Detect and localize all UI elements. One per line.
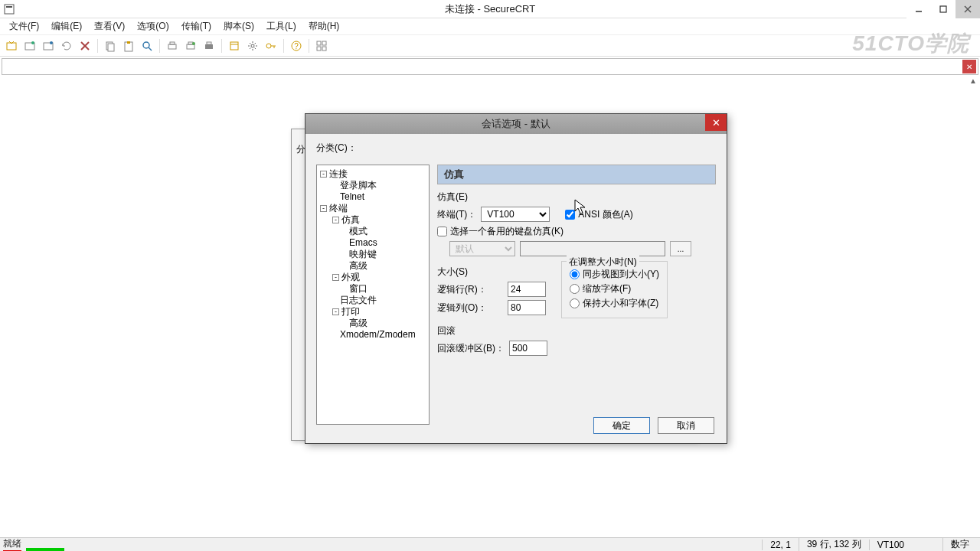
status-ready: 就绪	[3, 537, 21, 551]
close-window-button[interactable]	[956, 0, 980, 18]
tree-connect[interactable]: -连接	[318, 168, 427, 180]
app-icon	[3, 3, 15, 15]
collapse-icon[interactable]: -	[332, 217, 339, 223]
ansi-color-checkbox[interactable]: ANSI 颜色(A)	[565, 208, 632, 221]
panel-header: 仿真	[437, 165, 716, 184]
copy-icon[interactable]	[102, 37, 119, 54]
tile-icon[interactable]	[313, 37, 330, 54]
terminal-select[interactable]: VT100	[481, 207, 550, 222]
session-options-dialog: 会话选项 - 默认 ✕ 分类(C)： -连接 登录脚本 Telnet -终端 -…	[305, 113, 727, 444]
menu-file[interactable]: 文件(F)	[3, 18, 45, 34]
tree-appearance[interactable]: -外观	[318, 272, 427, 283]
svg-rect-37	[322, 47, 326, 51]
keyboard-path-input	[520, 241, 665, 256]
svg-rect-26	[230, 42, 238, 50]
settings-icon[interactable]	[244, 37, 261, 54]
svg-rect-19	[168, 44, 176, 49]
category-tree[interactable]: -连接 登录脚本 Telnet -终端 -仿真 模式 Emacs 映射键 高级 …	[316, 165, 430, 425]
tree-xmodem[interactable]: Xmodem/Zmodem	[318, 329, 427, 341]
session-bar-close-icon[interactable]: ✕	[962, 60, 976, 73]
disconnect-icon[interactable]	[77, 37, 93, 54]
print-setup-icon[interactable]	[164, 37, 181, 54]
menu-edit[interactable]: 编辑(E)	[45, 18, 88, 34]
properties-icon[interactable]	[226, 37, 243, 54]
collapse-icon[interactable]: -	[320, 171, 327, 178]
logical-rows-label: 逻辑行(R)：	[437, 283, 503, 296]
reconnect-icon[interactable]	[58, 37, 75, 54]
keyboard-select: 默认	[449, 241, 515, 256]
emulation-group-label: 仿真(E)	[437, 191, 716, 204]
tree-logfile[interactable]: 日志文件	[318, 295, 427, 306]
status-size: 39 行, 132 列	[799, 538, 869, 551]
tree-advanced2[interactable]: 高级	[318, 318, 427, 329]
tree-terminal[interactable]: -终端	[318, 203, 427, 214]
menu-transfer[interactable]: 传输(T)	[175, 18, 217, 34]
tree-emulation[interactable]: -仿真	[318, 214, 427, 226]
toolbar-separator	[283, 39, 284, 53]
scrollback-input[interactable]	[509, 341, 547, 356]
category-label: 分类(C)：	[316, 142, 716, 155]
paste-icon[interactable]	[120, 37, 137, 54]
tree-printing[interactable]: -打印	[318, 306, 427, 318]
tree-advanced1[interactable]: 高级	[318, 260, 427, 272]
svg-rect-25	[207, 42, 211, 44]
menu-options[interactable]: 选项(O)	[131, 18, 175, 34]
tree-mode[interactable]: 模式	[318, 226, 427, 237]
maximize-button[interactable]	[931, 0, 956, 18]
print-icon[interactable]	[201, 37, 217, 54]
logical-cols-input[interactable]	[508, 300, 546, 315]
menu-help[interactable]: 帮助(H)	[302, 18, 346, 34]
tree-login-script[interactable]: 登录脚本	[318, 180, 427, 191]
tree-mapped-keys[interactable]: 映射键	[318, 249, 427, 260]
ok-button[interactable]: 确定	[593, 417, 650, 434]
scroll-up-icon[interactable]: ▲	[969, 77, 977, 85]
alt-keyboard-checkbox[interactable]: 选择一个备用的键盘仿真(K)	[437, 225, 564, 238]
svg-rect-16	[127, 41, 130, 44]
terminal-label: 终端(T)：	[437, 208, 476, 221]
menu-view[interactable]: 查看(V)	[88, 18, 131, 34]
toolbar-separator	[221, 39, 222, 53]
collapse-icon[interactable]: -	[332, 274, 339, 281]
minimize-button[interactable]	[906, 0, 931, 18]
tree-emacs[interactable]: Emacs	[318, 237, 427, 249]
alt-keyboard-label: 选择一个备用的键盘仿真(K)	[450, 225, 564, 238]
svg-rect-35	[322, 41, 326, 45]
connect-icon[interactable]	[21, 37, 38, 54]
help-icon[interactable]: ?	[288, 37, 305, 54]
connect-sftp-icon[interactable]	[40, 37, 57, 54]
dialog-title-bar[interactable]: 会话选项 - 默认 ✕	[305, 114, 727, 134]
scale-font-radio[interactable]: 缩放字体(F)	[570, 282, 659, 295]
browse-button[interactable]: ...	[670, 241, 691, 256]
size-group-label: 大小(S)	[437, 266, 546, 279]
title-bar: 未连接 - SecureCRT	[0, 0, 980, 18]
cancel-button[interactable]: 取消	[658, 417, 714, 434]
svg-rect-3	[940, 6, 946, 12]
status-numlock: 数字	[942, 538, 977, 551]
dialog-close-button[interactable]: ✕	[705, 114, 727, 131]
svg-line-18	[149, 47, 152, 51]
svg-rect-0	[5, 5, 14, 14]
menu-tools[interactable]: 工具(L)	[260, 18, 302, 34]
svg-point-10	[50, 41, 53, 44]
find-icon[interactable]	[139, 37, 155, 54]
quick-connect-icon[interactable]	[3, 37, 20, 54]
session-bar[interactable]: ✕	[2, 58, 978, 75]
menu-script[interactable]: 脚本(S)	[217, 18, 260, 34]
window-title: 未连接 - SecureCRT	[445, 2, 535, 16]
svg-point-29	[266, 44, 271, 48]
svg-rect-36	[317, 47, 321, 51]
key-icon[interactable]	[263, 37, 279, 54]
logical-rows-input[interactable]	[508, 282, 546, 297]
collapse-icon[interactable]: -	[332, 308, 339, 315]
alt-keyboard-input[interactable]	[437, 227, 447, 236]
svg-point-28	[251, 44, 254, 47]
tree-window[interactable]: 窗口	[318, 283, 427, 295]
ansi-color-input[interactable]	[565, 210, 575, 220]
collapse-icon[interactable]: -	[320, 205, 327, 212]
sync-view-radio[interactable]: 同步视图到大小(Y)	[570, 268, 659, 281]
watermark-logo: 51CTO学院	[852, 29, 969, 58]
tree-telnet[interactable]: Telnet	[318, 191, 427, 203]
keep-size-radio[interactable]: 保持大小和字体(Z)	[570, 297, 659, 310]
print-screen-icon[interactable]	[182, 37, 199, 54]
menu-bar: 文件(F) 编辑(E) 查看(V) 选项(O) 传输(T) 脚本(S) 工具(L…	[0, 18, 980, 35]
